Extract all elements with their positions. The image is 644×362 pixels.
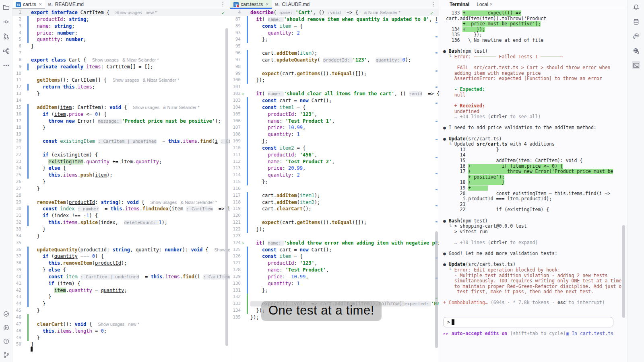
change-marker (26, 104, 29, 111)
terminal-segment: to expand) (507, 240, 538, 245)
code-segment: . (78, 172, 80, 178)
code-segment: , (326, 267, 329, 273)
change-marker (26, 172, 29, 179)
python-packages-icon[interactable] (632, 32, 640, 40)
run-icon[interactable] (2, 323, 10, 331)
code-segment: addItem (277, 193, 297, 198)
run-test-icon[interactable]: ▷ (241, 90, 246, 97)
close-icon[interactable]: × (39, 2, 42, 7)
gutter-spacer (21, 233, 26, 240)
line-number: 112 (230, 158, 241, 165)
code-segment: number (66, 37, 83, 42)
line-number: 98 (230, 64, 241, 70)
database-icon[interactable] (632, 18, 640, 26)
editor-options-kebab-icon[interactable]: ⋮ (220, 1, 225, 7)
code-segment: : CartItem[] = []; (101, 64, 153, 70)
code-segment: } (31, 179, 45, 185)
terminal-scrollbar[interactable] (622, 225, 625, 318)
terminal-segment: test first, make it pass, then add the n… (443, 289, 594, 294)
close-icon[interactable]: × (266, 2, 268, 7)
terminal-tab-local[interactable]: Local × (477, 2, 493, 7)
code-segment: number (165, 247, 182, 253)
web-search-icon[interactable] (632, 47, 640, 55)
code-segment (31, 288, 54, 293)
commit-icon[interactable] (2, 18, 10, 26)
close-icon[interactable]: × (490, 2, 493, 7)
code-segment: 'Test Product 1' (285, 118, 332, 124)
terminal-line: … +10 lines (ctrl+r to expand) (443, 240, 621, 246)
code-segment: , (314, 111, 317, 117)
tab-README.md[interactable]: M↓README.md (45, 0, 87, 9)
pull-requests-icon[interactable] (2, 32, 10, 40)
code-segment: item2 (300, 200, 314, 205)
structure-icon[interactable] (2, 47, 10, 55)
auto-accept-status[interactable]: ▸▸ auto-accept edits on (shift+tab to cy… (443, 331, 566, 336)
left-editor-scrollbar[interactable] (225, 28, 228, 346)
terminal-title[interactable]: Terminal (450, 2, 469, 7)
context-file-indicator[interactable]: ▣ In cart.test.ts (566, 331, 613, 336)
code-segment: item (121, 159, 133, 165)
gutter-spacer (241, 172, 246, 179)
code-segment: . (78, 220, 80, 225)
code-segment: } (31, 308, 40, 313)
gutter-spacer (241, 287, 246, 294)
terminal-prompt-input[interactable]: > (443, 317, 613, 327)
gutter-spacer (26, 185, 29, 192)
notifications-bell-icon[interactable] (632, 3, 640, 11)
line-number: 104 (230, 104, 241, 111)
code-segment: toEqual (332, 220, 352, 225)
code-segment (250, 247, 262, 253)
code-segment: '123' (300, 260, 314, 266)
tab-cart.test.ts[interactable]: TScart.test.ts× (230, 0, 272, 9)
code-segment: . (140, 206, 142, 212)
code-segment (31, 118, 48, 124)
code-segment: , () (313, 10, 327, 15)
terminal-line: └ Updated src/cart.ts with 4 additions (443, 142, 621, 147)
code-segment: . (180, 274, 183, 280)
terminal-output[interactable]: 133 + expect(() => cart.addItem(item)).t… (443, 10, 621, 306)
code-line: 2 productId: string; (12, 16, 230, 23)
project-folder-icon[interactable] (2, 3, 10, 11)
ai-assistant-icon[interactable] (2, 310, 10, 318)
inspections-ok-icon[interactable]: ✓ (221, 10, 225, 16)
terminal-line: 16 + if (item.price <= 0) { (443, 164, 621, 169)
code-segment: name: (268, 241, 284, 246)
terminal-status-bar: ▸▸ auto-accept edits on (shift+tab to cy… (443, 331, 613, 336)
code-segment: { (60, 165, 66, 171)
code-line: 33 } (12, 226, 230, 233)
tab-CLAUDE.md[interactable]: M↓CLAUDE.md (272, 0, 313, 9)
git-branch-icon[interactable] (2, 351, 10, 359)
problems-icon[interactable] (2, 337, 10, 345)
change-marker (246, 77, 249, 84)
code-line: 32 this.items.splice(index, deleteCount:… (12, 219, 230, 226)
line-number: 6 (12, 43, 21, 50)
change-marker (246, 97, 249, 104)
gutter-spacer (241, 77, 246, 84)
editor-options-kebab-icon[interactable]: ⋮ (431, 1, 436, 7)
code-line: 30 const index : number = this.items.fin… (12, 206, 230, 212)
code-line: 11 getItems(): CartItem[] { Show usages … (12, 77, 230, 84)
inspections-ok-icon[interactable]: ✓ (430, 11, 433, 16)
terminal-segment: + positive'); (468, 175, 504, 180)
tab-cart.ts[interactable]: TScart.ts× (12, 0, 45, 9)
change-marker (246, 172, 249, 179)
code-segment (250, 220, 262, 225)
code-segment: : (52, 30, 57, 36)
code-segment: }); (250, 226, 265, 232)
terminal-icon[interactable] (632, 61, 640, 69)
code-line: 22 if (existingItem) { (12, 152, 230, 158)
code-line: 27 } (12, 185, 230, 192)
gutter-spacer (21, 226, 26, 233)
code-editor-cart-ts[interactable]: 1export interface CartItem { Show usages… (12, 9, 230, 362)
middle-editor-scrollbar[interactable] (435, 231, 438, 348)
gutter-spacer (21, 64, 26, 70)
code-segment: = (139, 274, 151, 280)
change-marker (26, 152, 29, 158)
run-test-icon[interactable]: ▷ (241, 240, 246, 247)
gutter-spacer (241, 192, 246, 199)
terminal-line: ● Update(src/cart.test.ts) (443, 262, 621, 267)
code-segment: 2 (297, 172, 300, 178)
more-icon[interactable] (2, 61, 10, 69)
code-segment: ( (92, 260, 95, 266)
terminal-line: 17 + throw new Error('Product price must… (443, 169, 621, 175)
